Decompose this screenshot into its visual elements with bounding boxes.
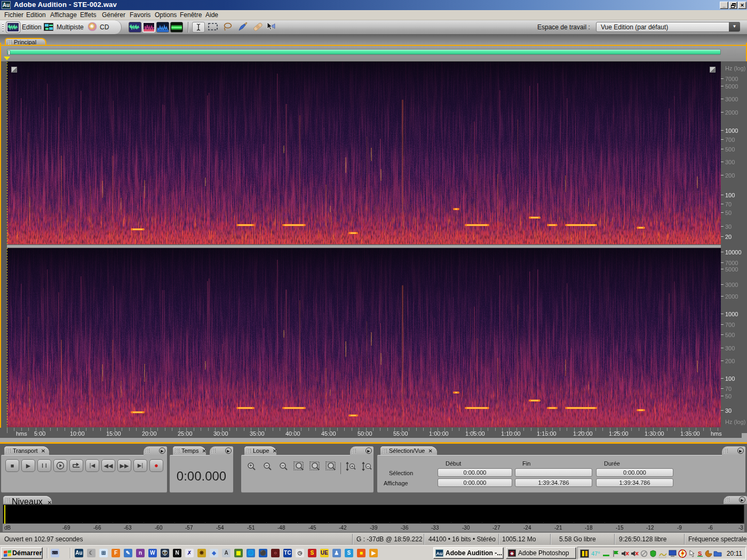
svg-text:−: − [281, 463, 284, 468]
svg-text:−: − [265, 463, 268, 468]
svg-text:S: S [698, 550, 702, 557]
svg-text:+: + [249, 463, 252, 468]
svg-text:−: − [367, 464, 370, 469]
svg-text:+: + [351, 464, 354, 469]
